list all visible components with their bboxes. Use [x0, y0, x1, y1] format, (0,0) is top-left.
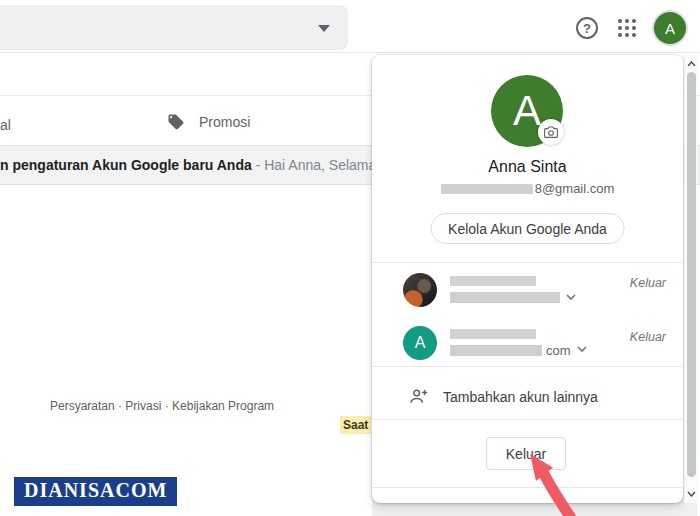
scrollbar-thumb[interactable]	[687, 72, 696, 477]
avatar-letter: A	[415, 334, 426, 352]
signed-out-label: Keluar	[630, 276, 666, 290]
avatar-letter: A	[513, 87, 541, 135]
divider	[0, 52, 700, 53]
highlighted-text: Saat	[340, 416, 371, 434]
divider	[372, 262, 683, 263]
person-add-icon	[408, 386, 429, 407]
email-suffix: 8@gmail.com	[535, 181, 615, 196]
divider	[372, 366, 683, 367]
scroll-up-icon[interactable]	[686, 58, 697, 70]
camera-icon	[544, 126, 558, 138]
account-letter-avatar: A	[403, 326, 437, 360]
redacted-name	[450, 329, 536, 339]
divider	[372, 487, 683, 488]
change-photo-button[interactable]	[538, 119, 564, 145]
tab-sosial-fragment[interactable]: al	[0, 117, 11, 133]
scrollbar[interactable]	[684, 55, 697, 503]
tab-promosi[interactable]: Promosi	[167, 113, 250, 131]
apps-grid-icon[interactable]	[618, 19, 636, 37]
divider	[372, 419, 683, 420]
scroll-down-icon[interactable]	[686, 488, 697, 500]
account-menu-panel: A Anna Sinta 8@gmail.com Kelola Akun Goo…	[372, 55, 683, 503]
manage-account-button[interactable]: Kelola Akun Google Anda	[430, 213, 625, 244]
add-account-label: Tambahkan akun lainnya	[443, 389, 598, 405]
redacted-name	[450, 276, 536, 286]
avatar-letter: A	[665, 20, 675, 37]
tab-promosi-label: Promosi	[199, 114, 250, 130]
account-avatar-button[interactable]: A	[654, 12, 686, 44]
account-name: Anna Sinta	[372, 158, 683, 176]
gmail-account-menu-screenshot: ? A al Promosi n pengaturan Akun Google …	[0, 0, 700, 516]
watermark-badge: DIANISACOM	[14, 477, 177, 506]
search-options-caret-icon[interactable]	[318, 25, 330, 32]
redacted-email	[450, 292, 560, 303]
account-photo-avatar	[403, 273, 437, 307]
tag-icon	[167, 113, 185, 131]
help-icon[interactable]: ?	[576, 17, 598, 39]
search-bar[interactable]	[0, 5, 348, 50]
signed-out-label: Keluar	[630, 330, 666, 344]
account-email: 8@gmail.com	[372, 181, 683, 196]
email-subject: n pengaturan Akun Google baru Anda	[0, 157, 252, 173]
help-glyph: ?	[583, 21, 591, 36]
redacted-email	[450, 345, 542, 356]
footer-policy-links[interactable]: Persyaratan · Privasi · Kebijakan Progra…	[50, 399, 274, 413]
email-suffix: com	[546, 343, 571, 358]
chevron-down-icon[interactable]	[576, 345, 588, 353]
signout-button[interactable]: Keluar	[486, 437, 566, 470]
chevron-down-icon[interactable]	[565, 293, 577, 301]
redacted-email	[441, 184, 533, 194]
